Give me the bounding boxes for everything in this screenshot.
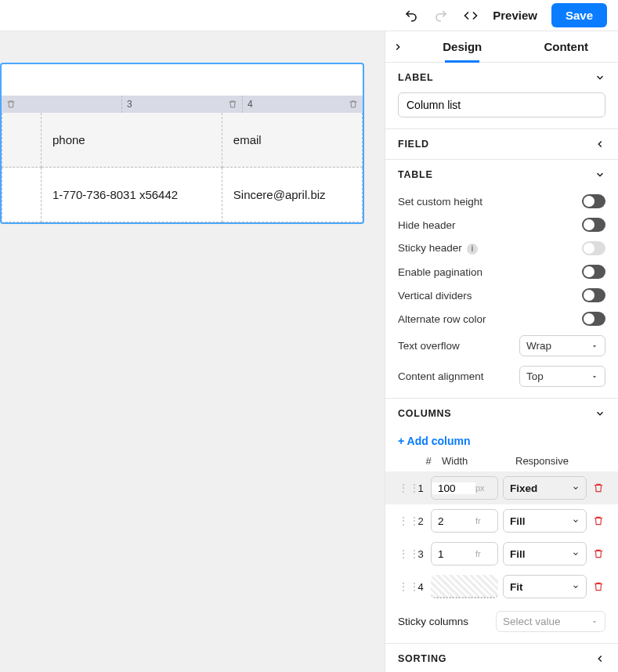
- chevron-down-icon: [572, 583, 580, 591]
- cell: 1-770-736-8031 x56442: [42, 168, 222, 222]
- width-input[interactable]: px: [431, 476, 498, 500]
- add-column-button[interactable]: + Add column: [385, 428, 618, 450]
- col-header-width: Width: [437, 455, 509, 467]
- drag-handle-icon[interactable]: ⋮⋮: [398, 580, 410, 593]
- toggle-pagination[interactable]: [582, 265, 605, 279]
- redo-icon: [433, 8, 449, 23]
- drag-handle-icon[interactable]: ⋮⋮: [398, 515, 410, 527]
- column-config-row[interactable]: ⋮⋮1pxFixed: [385, 471, 618, 504]
- data-table: phone email 1-770-736-8031 x56442 Sincer…: [2, 113, 363, 222]
- col-header-num: #: [420, 455, 437, 467]
- drag-handle-icon[interactable]: ⋮⋮: [398, 547, 410, 560]
- column-number: 4: [415, 581, 426, 593]
- responsive-select[interactable]: Fill: [503, 542, 587, 565]
- caret-down-icon: [591, 342, 598, 350]
- chevron-down-icon: [595, 408, 605, 419]
- drag-handle-icon[interactable]: ⋮⋮: [398, 482, 410, 494]
- chevron-down-icon: [572, 550, 580, 558]
- trash-icon[interactable]: [228, 99, 237, 109]
- tab-content[interactable]: Content: [515, 31, 619, 63]
- canvas-area[interactable]: 3 4 phone email: [0, 31, 385, 672]
- select-text-overflow[interactable]: Wrap: [519, 335, 605, 356]
- width-unit: fr: [475, 549, 486, 558]
- delete-column-icon[interactable]: [591, 515, 605, 526]
- width-input-disabled: [431, 575, 498, 598]
- column-number: 3: [415, 548, 426, 560]
- opt-vertical-dividers-label: Vertical dividers: [398, 290, 472, 302]
- section-columns-header[interactable]: COLUMNS: [385, 399, 618, 428]
- caret-down-icon: [591, 373, 598, 381]
- opt-content-alignment-label: Content alignment: [398, 370, 484, 382]
- undo-icon[interactable]: [403, 8, 419, 23]
- section-label-header[interactable]: LABEL: [385, 63, 618, 92]
- preview-link[interactable]: Preview: [493, 9, 537, 22]
- column-handle-label: 3: [127, 99, 132, 110]
- table-row: 1-770-736-8031 x56442 Sincere@april.biz: [2, 168, 363, 222]
- column-number: 2: [415, 515, 426, 527]
- code-icon[interactable]: [463, 8, 479, 23]
- delete-column-icon[interactable]: [591, 548, 605, 559]
- opt-alternate-row-label: Alternate row color: [398, 313, 486, 325]
- width-field[interactable]: [432, 482, 475, 494]
- toggle-sticky-header[interactable]: [582, 241, 605, 255]
- toggle-alternate-row[interactable]: [582, 312, 605, 326]
- chevron-down-icon: [595, 72, 605, 83]
- opt-custom-height-label: Set custom height: [398, 196, 482, 208]
- header-cell: phone: [42, 113, 222, 168]
- delete-column-icon[interactable]: [591, 482, 605, 493]
- column-handle[interactable]: [2, 96, 121, 113]
- label-input[interactable]: [398, 92, 605, 117]
- save-button[interactable]: Save: [551, 3, 607, 27]
- toggle-vertical-dividers[interactable]: [582, 288, 605, 302]
- column-config-row[interactable]: ⋮⋮4Fit: [385, 570, 618, 603]
- column-number: 1: [415, 482, 426, 494]
- select-sticky-columns[interactable]: Select value: [496, 611, 605, 632]
- trash-icon[interactable]: [349, 99, 358, 109]
- column-handle[interactable]: 4: [242, 96, 363, 113]
- width-field[interactable]: [432, 515, 475, 527]
- section-table-header[interactable]: TABLE: [385, 160, 618, 190]
- responsive-select[interactable]: Fit: [503, 575, 587, 598]
- col-header-responsive: Responsive: [509, 455, 605, 467]
- width-input[interactable]: fr: [431, 542, 498, 565]
- width-field[interactable]: [432, 548, 475, 560]
- section-sorting-header[interactable]: SORTING: [385, 644, 618, 672]
- responsive-select[interactable]: Fill: [503, 509, 587, 533]
- sticky-columns-label: Sticky columns: [398, 616, 468, 627]
- cell: Sincere@april.biz: [222, 168, 362, 222]
- column-handle[interactable]: 3: [121, 96, 242, 113]
- responsive-select[interactable]: Fixed: [503, 476, 587, 500]
- delete-column-icon[interactable]: [591, 581, 605, 592]
- info-icon[interactable]: i: [467, 244, 478, 255]
- width-unit: px: [475, 483, 490, 493]
- caret-down-icon: [591, 618, 598, 626]
- toggle-custom-height[interactable]: [582, 194, 605, 208]
- column-handle-label: 4: [248, 99, 253, 110]
- chevron-down-icon: [595, 169, 605, 180]
- table-widget[interactable]: 3 4 phone email: [0, 63, 364, 224]
- toggle-hide-header[interactable]: [582, 218, 605, 232]
- opt-hide-header-label: Hide header: [398, 219, 456, 231]
- expand-panel-icon[interactable]: [385, 31, 410, 63]
- section-field-header[interactable]: FIELD: [385, 129, 618, 159]
- width-input[interactable]: fr: [431, 509, 498, 533]
- chevron-left-icon: [595, 653, 605, 664]
- opt-pagination-label: Enable pagination: [398, 266, 482, 278]
- column-config-row[interactable]: ⋮⋮3frFill: [385, 537, 618, 570]
- width-unit: fr: [475, 516, 486, 526]
- chevron-down-icon: [572, 517, 580, 525]
- tab-design[interactable]: Design: [410, 31, 515, 63]
- opt-sticky-header-label: Sticky header: [398, 242, 462, 254]
- trash-icon[interactable]: [6, 99, 16, 109]
- chevron-down-icon: [572, 484, 580, 492]
- header-cell: email: [222, 113, 362, 168]
- opt-text-overflow-label: Text overflow: [398, 340, 460, 352]
- select-content-alignment[interactable]: Top: [519, 366, 605, 387]
- column-config-row[interactable]: ⋮⋮2frFill: [385, 504, 618, 537]
- chevron-left-icon: [595, 139, 605, 150]
